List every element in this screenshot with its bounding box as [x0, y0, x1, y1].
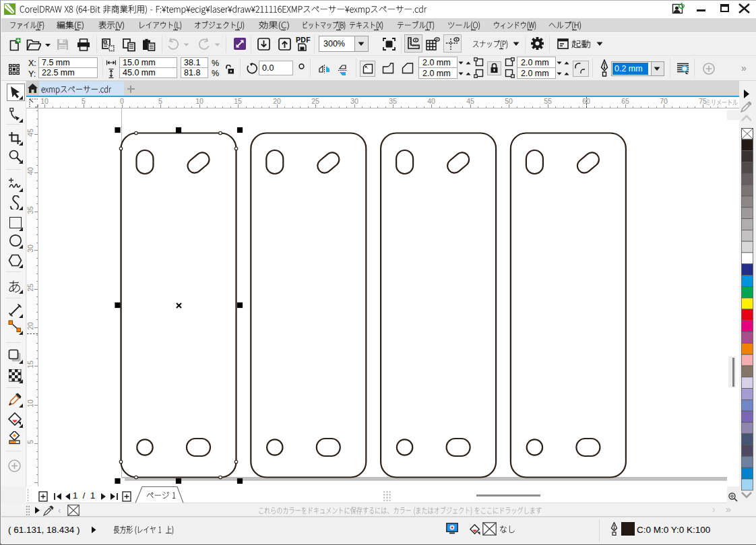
svg-text:70: 70 — [660, 97, 668, 105]
svg-text:35: 35 — [27, 206, 34, 214]
svg-text:10: 10 — [195, 97, 203, 105]
svg-text:65: 65 — [621, 97, 629, 105]
svg-text:40: 40 — [427, 97, 435, 105]
svg-text:15: 15 — [27, 360, 34, 368]
svg-text:20: 20 — [27, 322, 34, 330]
svg-text:50: 50 — [505, 97, 513, 105]
svg-text:10: 10 — [27, 399, 34, 408]
svg-text:35: 35 — [389, 97, 397, 105]
svg-text:25: 25 — [311, 97, 319, 105]
svg-text:5: 5 — [27, 440, 34, 444]
svg-text:30: 30 — [27, 245, 34, 253]
svg-text:30: 30 — [350, 97, 358, 105]
svg-text:45: 45 — [27, 129, 34, 137]
svg-text:25: 25 — [27, 284, 34, 292]
svg-text:55: 55 — [544, 97, 552, 105]
svg-text:15: 15 — [234, 97, 242, 105]
svg-text:40: 40 — [27, 167, 34, 175]
svg-text:10: 10 — [40, 97, 49, 105]
svg-text:20: 20 — [273, 97, 281, 105]
svg-text:5: 5 — [82, 97, 86, 105]
svg-text:45: 45 — [466, 97, 474, 105]
svg-text:0: 0 — [120, 97, 124, 105]
svg-text:5: 5 — [158, 97, 162, 105]
